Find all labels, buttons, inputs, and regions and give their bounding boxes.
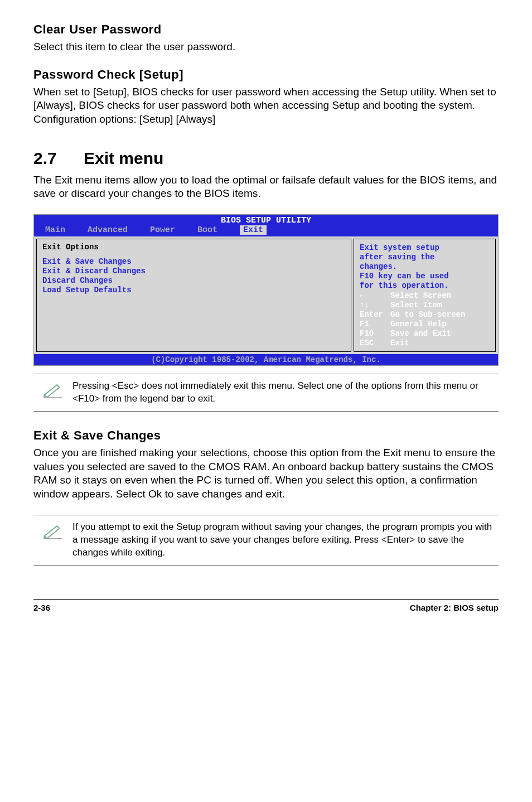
password-check-heading: Password Check [Setup] <box>33 67 499 82</box>
note-esc: Pressing <Esc> does not immediately exit… <box>33 374 499 412</box>
bios-help-line: changes. <box>360 262 490 271</box>
bios-item-exit-discard: Exit & Discard Changes <box>42 267 345 276</box>
chapter-label: Chapter 2: BIOS setup <box>410 603 499 612</box>
bios-nav-desc: General Help <box>390 320 447 328</box>
bios-nav-desc: Select Screen <box>390 291 451 300</box>
bios-tab-power: Power <box>150 225 175 235</box>
clear-user-password-heading: Clear User Password <box>33 22 499 37</box>
bios-nav-key: ESC <box>360 339 390 347</box>
bios-item-exit-save: Exit & Save Changes <box>42 257 345 266</box>
clear-user-password-body: Select this item to clear the user passw… <box>33 40 499 54</box>
page-footer: 2-36 Chapter 2: BIOS setup <box>33 599 499 612</box>
bios-tab-main: Main <box>45 225 65 235</box>
section-title-text: Exit menu <box>84 149 163 167</box>
bios-tab-bar: Main Advanced Power Boot Exit <box>34 225 498 236</box>
exit-menu-intro: The Exit menu items allow you to load th… <box>33 173 499 201</box>
bios-help-line: Exit system setup <box>360 243 490 252</box>
note-exit-without-save-text: If you attempt to exit the Setup program… <box>72 521 499 559</box>
password-check-body: When set to [Setup], BIOS checks for use… <box>33 85 499 127</box>
note-esc-text: Pressing <Esc> does not immediately exit… <box>72 380 499 405</box>
bios-nav-key: Enter <box>360 310 390 319</box>
bios-nav-desc: Exit <box>390 339 409 347</box>
bios-help-line: for this operation. <box>360 281 490 290</box>
section-number: 2.7 <box>33 149 84 168</box>
bios-nav-key: ↑↓ <box>360 301 390 310</box>
bios-exit-options-heading: Exit Options <box>42 243 345 252</box>
bios-nav-key: F10 <box>360 329 390 338</box>
bios-nav-key: F1 <box>360 320 390 328</box>
bios-help-line: after saving the <box>360 253 490 262</box>
exit-menu-heading: 2.7Exit menu <box>33 149 499 168</box>
bios-right-pane: Exit system setup after saving the chang… <box>354 239 496 352</box>
bios-copyright: (C)Copyright 1985-2002, American Megatre… <box>34 354 498 365</box>
bios-help-text: Exit system setup after saving the chang… <box>360 243 490 291</box>
bios-left-pane: Exit Options Exit & Save Changes Exit & … <box>36 239 351 352</box>
bios-tab-boot: Boot <box>197 225 217 235</box>
exit-save-changes-body: Once you are finished making your select… <box>33 446 499 501</box>
bios-nav-key: ← <box>360 291 390 300</box>
bios-tab-exit: Exit <box>240 225 267 235</box>
bios-nav-desc: Go to Sub-screen <box>390 310 465 319</box>
bios-window-title: BIOS SETUP UTILITY <box>34 215 498 225</box>
bios-setup-utility-screenshot: BIOS SETUP UTILITY Main Advanced Power B… <box>33 214 499 366</box>
exit-save-changes-heading: Exit & Save Changes <box>33 428 499 443</box>
page-number: 2-36 <box>33 603 50 612</box>
bios-nav-keys: ←Select Screen ↑↓Select Item EnterGo to … <box>360 291 490 348</box>
bios-nav-desc: Save and Exit <box>390 329 451 338</box>
bios-item-load-defaults: Load Setup Defaults <box>42 286 345 294</box>
pencil-note-icon <box>33 380 72 405</box>
bios-tab-advanced: Advanced <box>88 225 128 235</box>
bios-help-line: F10 key can be used <box>360 272 490 281</box>
note-exit-without-save: If you attempt to exit the Setup program… <box>33 515 499 566</box>
bios-nav-desc: Select Item <box>390 301 442 310</box>
pencil-note-icon <box>33 521 72 559</box>
bios-item-discard: Discard Changes <box>42 276 345 285</box>
